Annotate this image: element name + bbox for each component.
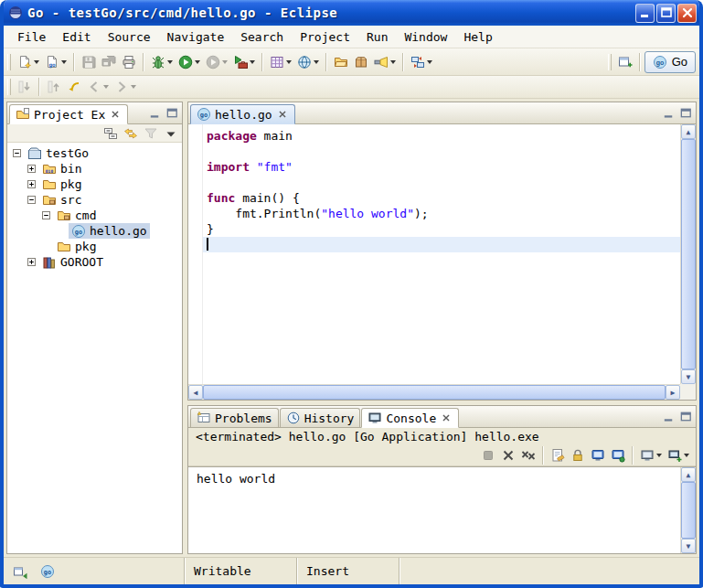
go-build-button[interactable] — [295, 51, 321, 73]
dropdown-arrow-icon[interactable] — [684, 454, 689, 457]
collapse-expander-icon[interactable] — [27, 196, 36, 204]
dropdown-arrow-icon[interactable] — [286, 60, 292, 64]
tree-item-hello-go[interactable]: gohello.go — [7, 223, 182, 239]
dropdown-arrow-icon[interactable] — [167, 60, 173, 64]
dropdown-arrow-icon[interactable] — [61, 60, 67, 64]
tree-item-pkg[interactable]: pkg — [7, 176, 182, 192]
go-trim-button[interactable]: go — [39, 563, 56, 580]
scroll-down-icon[interactable]: ▼ — [681, 369, 696, 384]
scroll-left-icon[interactable]: ◀ — [188, 385, 203, 400]
view-menu-button[interactable] — [163, 125, 179, 142]
close-tab-icon[interactable] — [440, 412, 453, 424]
dropdown-arrow-icon[interactable] — [390, 60, 396, 64]
menu-file[interactable]: File — [9, 27, 54, 47]
tab-hello-go[interactable]: go hello.go — [190, 104, 295, 124]
perspective-grip[interactable] — [608, 54, 612, 70]
code-line[interactable]: package main — [203, 128, 680, 144]
scroll-thumb[interactable] — [681, 139, 696, 369]
dropdown-arrow-icon[interactable] — [34, 60, 39, 64]
run-button[interactable] — [176, 51, 202, 73]
tree-item-testgo[interactable]: testGo — [7, 145, 182, 161]
maximize-view-button[interactable] — [677, 408, 694, 424]
annotation-ruler[interactable] — [188, 124, 203, 384]
scroll-track[interactable] — [203, 385, 666, 400]
open-type-button[interactable] — [352, 51, 370, 73]
display-console-button[interactable] — [638, 444, 664, 466]
titlebar[interactable]: Go - testGo/src/cmd/hello.go - Eclipse — [4, 0, 699, 26]
menu-run[interactable]: Run — [358, 27, 396, 47]
scroll-lock-button[interactable] — [569, 444, 587, 466]
tree-item-cmd[interactable]: cmd — [7, 208, 182, 223]
menu-project[interactable]: Project — [292, 27, 358, 47]
menu-help[interactable]: Help — [455, 27, 500, 47]
expand-expander-icon[interactable] — [27, 258, 36, 266]
word-wrap-button[interactable] — [589, 444, 607, 466]
toolbar-grip[interactable] — [7, 79, 11, 95]
scroll-down-icon[interactable]: ▼ — [681, 539, 696, 553]
toolbar-grip[interactable] — [7, 54, 11, 70]
menu-navigate[interactable]: Navigate — [159, 27, 233, 47]
minimize-button[interactable] — [635, 4, 655, 23]
editor-hscrollbar[interactable]: ◀ ▶ — [188, 384, 680, 400]
collapse-expander-icon[interactable] — [13, 149, 21, 157]
open-console-button[interactable] — [666, 444, 691, 466]
maximize-view-button[interactable] — [164, 104, 180, 121]
team-sync-button[interactable] — [409, 51, 434, 73]
tree-item-bin[interactable]: 010bin — [7, 161, 182, 176]
debug-button[interactable] — [149, 51, 175, 73]
scroll-track[interactable] — [681, 482, 696, 539]
expand-expander-icon[interactable] — [27, 165, 36, 173]
code-line[interactable]: func main() { — [203, 190, 680, 206]
fast-view-button[interactable] — [12, 563, 28, 580]
tab-problems[interactable]: Problems — [190, 408, 279, 427]
scroll-thumb[interactable] — [681, 482, 696, 539]
tree-item-src[interactable]: src — [7, 192, 182, 208]
scroll-thumb[interactable] — [203, 385, 666, 400]
code-line[interactable]: } — [203, 221, 680, 237]
tab-project-explorer[interactable]: Project Ex — [9, 104, 128, 124]
code-line-current[interactable] — [203, 237, 680, 252]
clear-console-button[interactable] — [549, 444, 567, 466]
go-perspective-button[interactable]: go Go — [644, 51, 696, 73]
last-edit-location-button[interactable] — [65, 76, 83, 98]
tab-history[interactable]: History — [280, 408, 361, 427]
dropdown-arrow-icon[interactable] — [195, 60, 200, 64]
scroll-track[interactable] — [681, 139, 696, 369]
scroll-up-icon[interactable]: ▲ — [681, 124, 696, 139]
eclipse-icon[interactable] — [8, 5, 23, 20]
minimize-view-button[interactable] — [660, 104, 676, 121]
go-new-project-button[interactable] — [268, 51, 293, 73]
pin-console-button[interactable] — [609, 444, 627, 466]
new-go-file-button[interactable]: go — [43, 51, 69, 73]
code-line[interactable] — [203, 175, 680, 190]
dropdown-arrow-icon[interactable] — [427, 60, 432, 64]
close-tab-icon[interactable] — [276, 108, 289, 121]
maximize-button[interactable] — [656, 4, 676, 23]
close-button[interactable] — [677, 4, 697, 23]
tree-item-goroot[interactable]: GOROOT — [7, 254, 182, 270]
minimize-view-button[interactable] — [146, 104, 163, 121]
code-area[interactable]: package mainimport "fmt"func main() { fm… — [203, 124, 680, 384]
dropdown-arrow-icon[interactable] — [250, 60, 255, 64]
tab-console[interactable]: Console — [361, 408, 459, 428]
collapse-all-button[interactable] — [102, 125, 119, 142]
dropdown-arrow-icon[interactable] — [656, 454, 662, 457]
open-perspective-button[interactable] — [616, 51, 634, 73]
open-folder-button[interactable] — [332, 51, 350, 73]
dropdown-arrow-icon[interactable] — [103, 85, 109, 89]
collapse-expander-icon[interactable] — [42, 211, 50, 219]
code-line[interactable] — [203, 144, 680, 159]
menu-window[interactable]: Window — [396, 27, 455, 47]
expand-expander-icon[interactable] — [27, 180, 36, 188]
new-wizard-button[interactable] — [16, 51, 41, 73]
dropdown-arrow-icon[interactable] — [131, 85, 136, 89]
link-editor-button[interactable] — [122, 125, 139, 142]
menu-search[interactable]: Search — [232, 27, 292, 47]
scroll-right-icon[interactable]: ▶ — [666, 385, 680, 400]
project-tree[interactable]: testGo010binpkgsrccmdgohello.gopkgGOROOT — [7, 143, 182, 553]
search-button[interactable] — [372, 51, 398, 73]
maximize-view-button[interactable] — [677, 104, 694, 121]
external-tools-button[interactable] — [231, 51, 257, 73]
scroll-up-icon[interactable]: ▲ — [681, 467, 696, 482]
dropdown-arrow-icon[interactable] — [314, 60, 319, 64]
